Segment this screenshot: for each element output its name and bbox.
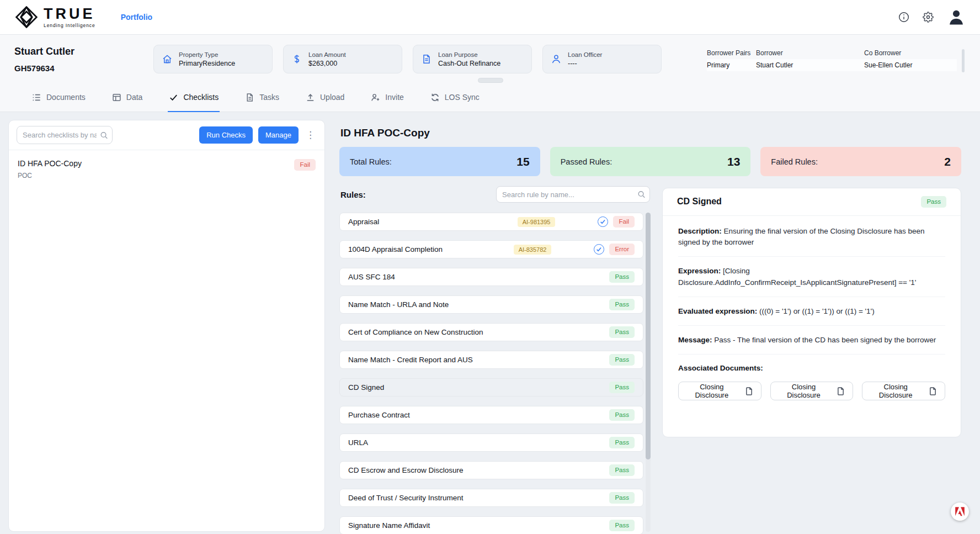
detail-section-label: Description: <box>678 227 722 235</box>
home-icon <box>162 54 173 65</box>
file-icon <box>836 387 845 396</box>
stat-value: 2 <box>944 155 951 168</box>
document-button-label: Closing Disclosure <box>870 383 922 399</box>
checklist-search <box>17 126 113 144</box>
borrower-table-head: Borrower PairsBorrowerCo Borrower <box>707 47 957 59</box>
rule-row-signature-name-affidavit[interactable]: Signature Name AffidavitPass <box>339 516 643 534</box>
borrower-table-header: Borrower <box>756 47 864 59</box>
dollar-icon <box>291 54 302 65</box>
checklist-status-badge: Fail <box>294 159 316 171</box>
info-icon[interactable] <box>898 12 909 23</box>
document-button-closing-disclosure-3[interactable]: Closing Disclosure <box>862 382 945 400</box>
ai-tag-badge: AI-835782 <box>514 245 552 255</box>
rule-check-circle-icon[interactable] <box>598 216 608 227</box>
document-button-label: Closing Disclosure <box>686 383 738 399</box>
rule-row-aus-sfc-184[interactable]: AUS SFC 184Pass <box>339 268 643 286</box>
summary-card-label: Loan Purpose <box>438 51 500 58</box>
scrollbar-thumb[interactable] <box>646 213 651 459</box>
document-button-closing-disclosure-2[interactable]: Closing Disclosure <box>770 382 854 400</box>
rule-name: AUS SFC 184 <box>348 273 395 281</box>
rule-detail-panel: CD Signed Pass Description: Ensuring the… <box>662 188 961 437</box>
stat-label: Total Rules: <box>350 157 392 166</box>
stats-row: Total Rules:15Passed Rules:13Failed Rule… <box>339 147 961 176</box>
tab-los-sync[interactable]: LOS Sync <box>429 83 481 112</box>
borrower-table-cell: Stuart Cutler <box>756 59 864 71</box>
file-icon <box>744 387 754 396</box>
rule-status-badge: Pass <box>609 409 635 421</box>
invite-icon <box>371 93 380 102</box>
rule-name: URLA <box>348 438 368 447</box>
tab-invite[interactable]: Invite <box>370 83 404 112</box>
rule-row-appraisal[interactable]: AppraisalAI-981395Fail <box>339 213 643 231</box>
checklist-item-id-hfa-poc-copy[interactable]: ID HFA POC-CopyPOCFail <box>9 150 324 188</box>
search-icon <box>100 131 108 139</box>
run-checks-button[interactable]: Run Checks <box>199 126 253 144</box>
tab-checklists[interactable]: Checklists <box>168 83 220 112</box>
document-button-closing-disclosure-1[interactable]: Closing Disclosure <box>678 382 761 400</box>
borrower-table-cell: Primary <box>707 59 756 71</box>
summary-card-label: Loan Amount <box>308 51 346 58</box>
borrower-block: Stuart Cutler GH579634 <box>14 46 153 73</box>
rule-row-name-match-urla-and-note[interactable]: Name Match - URLA and NotePass <box>339 295 643 314</box>
avatar[interactable] <box>947 8 966 27</box>
summary-card-loan-amount: Loan Amount$263,000 <box>283 45 402 73</box>
checklist-item-subtitle: POC <box>18 172 82 179</box>
rules-header: Rules: <box>340 186 650 203</box>
rule-row-cert-of-compliance-on-new-construction[interactable]: Cert of Compliance on New ConstructionPa… <box>339 323 643 341</box>
rules-scrollbar[interactable] <box>646 213 651 532</box>
collapse-handle[interactable] <box>478 78 503 83</box>
kebab-menu-icon[interactable]: ⋮ <box>304 129 317 141</box>
gear-icon[interactable] <box>923 12 934 23</box>
tab-bar: DocumentsDataChecklistsTasksUploadInvite… <box>0 83 980 112</box>
rule-name: Appraisal <box>348 218 379 226</box>
rule-row-purchase-contract[interactable]: Purchase ContractPass <box>339 406 643 424</box>
checklist-search-input[interactable] <box>17 126 113 144</box>
checklist-item-title: ID HFA POC-Copy <box>18 159 82 168</box>
rule-status-badge: Pass <box>609 299 635 310</box>
associated-documents-label: Associated Documents: <box>678 355 945 372</box>
logo-icon <box>14 5 39 29</box>
borrower-table-cell: Sue-Ellen Cutler <box>864 59 957 71</box>
rule-search-input[interactable] <box>496 186 650 203</box>
tab-documents[interactable]: Documents <box>31 83 87 112</box>
summary-card-property-type: Property TypePrimaryResidence <box>153 45 273 73</box>
tab-label: Checklists <box>183 93 219 102</box>
detail-body: Description: Ensuring the final version … <box>663 216 961 401</box>
brand-tagline: Lending Intelligence <box>44 23 95 28</box>
detail-section-label: Evaluated expression: <box>678 307 757 315</box>
summary-card-loan-purpose: Loan PurposeCash-Out Refinance <box>413 45 532 73</box>
tab-upload[interactable]: Upload <box>305 83 345 112</box>
detail-section-text: Pass - The final version of the CD has b… <box>714 336 936 344</box>
rule-row-cd-signed[interactable]: CD SignedPass <box>339 378 643 396</box>
rule-status-badge: Pass <box>609 354 635 366</box>
table-scrollbar[interactable] <box>962 49 965 72</box>
rules-label: Rules: <box>340 190 366 199</box>
rule-check-circle-icon[interactable] <box>594 244 604 255</box>
loan-header: Stuart Cutler GH579634 Property TypePrim… <box>0 35 980 83</box>
summary-card-value: $263,000 <box>308 60 346 67</box>
detail-section-evaluated-expression: Evaluated expression: (((0) = '1') or ((… <box>678 297 945 326</box>
topbar-actions <box>898 8 966 27</box>
tab-label: LOS Sync <box>445 93 480 102</box>
pdf-reader-fab[interactable] <box>951 503 969 521</box>
detail-sections: Description: Ensuring the final version … <box>678 217 945 355</box>
rule-status-badge: Error <box>609 244 635 255</box>
tab-tasks[interactable]: Tasks <box>244 83 280 112</box>
rule-row-name-match-credit-report-and-aus[interactable]: Name Match - Credit Report and AUSPass <box>339 351 643 369</box>
tab-data[interactable]: Data <box>111 83 144 112</box>
rule-row-deed-of-trust-security-instrument[interactable]: Deed of Trust / Security InstrumentPass <box>339 489 643 507</box>
rule-search <box>496 186 650 203</box>
rule-row-urla[interactable]: URLAPass <box>339 433 643 452</box>
summary-card-value: ---- <box>568 60 602 67</box>
ai-tag-badge: AI-981395 <box>518 217 556 227</box>
rule-row-cd-escrow-and-escrow-disclosure[interactable]: CD Escrow and Escrow DisclosurePass <box>339 461 643 479</box>
manage-button[interactable]: Manage <box>258 126 299 144</box>
tab-label: Tasks <box>259 93 279 102</box>
brand-logo[interactable]: TRUE Lending Intelligence <box>14 5 95 29</box>
loan-id: GH579634 <box>14 64 153 73</box>
nav-portfolio[interactable]: Portfolio <box>121 13 153 22</box>
rule-name: 1004D Appraisal Completion <box>348 245 443 253</box>
rule-row-1004d-appraisal-completion[interactable]: 1004D Appraisal CompletionAI-835782Error <box>339 240 643 258</box>
tasks-icon <box>245 93 254 102</box>
topbar: TRUE Lending Intelligence Portfolio <box>0 0 980 35</box>
